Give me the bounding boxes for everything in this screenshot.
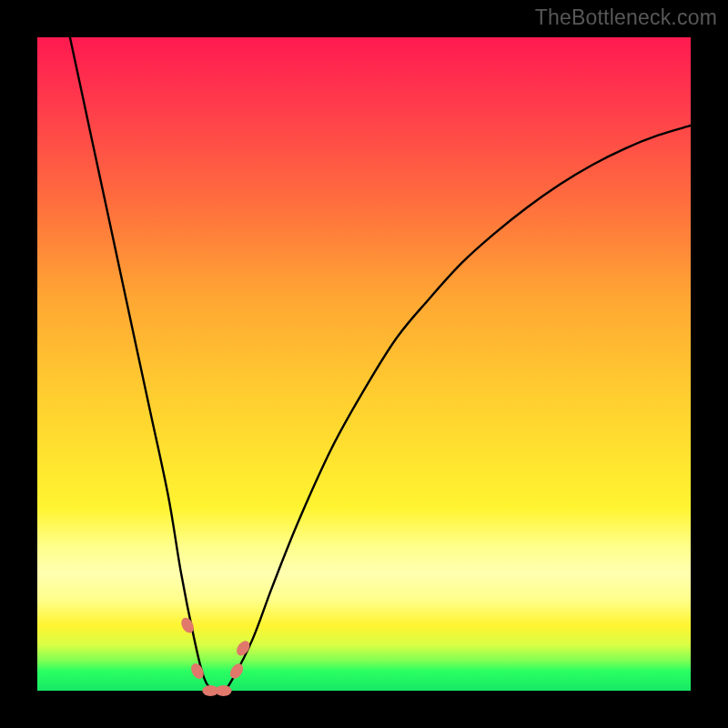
watermark-text: TheBottleneck.com — [535, 5, 717, 30]
bottleneck-curve — [70, 37, 691, 693]
right-lower-dot — [228, 662, 246, 682]
plot-area — [37, 37, 691, 691]
marker-group — [178, 615, 252, 696]
trough-dot-2 — [216, 685, 232, 696]
curve-svg — [37, 37, 691, 691]
chart-frame: TheBottleneck.com — [0, 0, 728, 728]
